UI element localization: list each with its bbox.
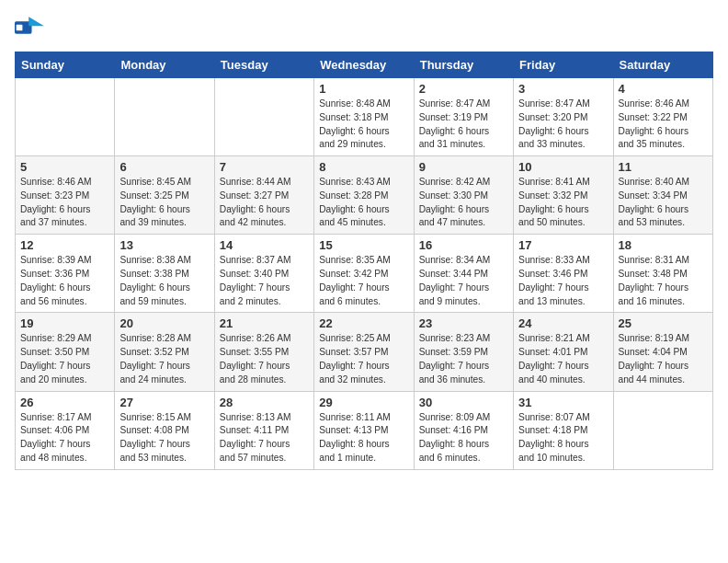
day-info: Sunrise: 8:09 AM Sunset: 4:16 PM Dayligh… (419, 411, 508, 465)
day-info: Sunrise: 8:34 AM Sunset: 3:44 PM Dayligh… (419, 254, 508, 308)
day-info: Sunrise: 8:07 AM Sunset: 4:18 PM Dayligh… (518, 411, 608, 465)
day-number: 5 (20, 160, 109, 174)
day-info: Sunrise: 8:15 AM Sunset: 4:08 PM Dayligh… (119, 411, 209, 465)
weekday-header-wednesday: Wednesday (314, 52, 414, 78)
calendar-cell: 18Sunrise: 8:31 AM Sunset: 3:48 PM Dayli… (613, 235, 712, 313)
day-info: Sunrise: 8:21 AM Sunset: 4:01 PM Dayligh… (518, 332, 608, 386)
calendar-cell: 5Sunrise: 8:46 AM Sunset: 3:23 PM Daylig… (16, 156, 115, 235)
week-row-2: 5Sunrise: 8:46 AM Sunset: 3:23 PM Daylig… (16, 156, 713, 235)
day-number: 19 (20, 316, 109, 330)
day-info: Sunrise: 8:25 AM Sunset: 3:57 PM Dayligh… (319, 332, 408, 386)
day-number: 1 (319, 82, 408, 96)
day-number: 8 (319, 160, 408, 174)
calendar-cell: 21Sunrise: 8:26 AM Sunset: 3:55 PM Dayli… (214, 313, 313, 391)
day-info: Sunrise: 8:45 AM Sunset: 3:25 PM Dayligh… (119, 176, 209, 230)
day-info: Sunrise: 8:41 AM Sunset: 3:32 PM Dayligh… (518, 176, 608, 230)
day-number: 7 (220, 160, 309, 174)
day-info: Sunrise: 8:28 AM Sunset: 3:52 PM Dayligh… (119, 332, 209, 386)
day-info: Sunrise: 8:37 AM Sunset: 3:40 PM Dayligh… (220, 254, 309, 308)
day-info: Sunrise: 8:40 AM Sunset: 3:34 PM Dayligh… (619, 176, 708, 230)
day-number: 17 (518, 238, 608, 252)
calendar-cell (16, 78, 115, 156)
day-info: Sunrise: 8:13 AM Sunset: 4:11 PM Dayligh… (220, 411, 309, 465)
svg-marker-1 (28, 17, 44, 26)
calendar-cell: 12Sunrise: 8:39 AM Sunset: 3:36 PM Dayli… (16, 235, 115, 313)
calendar-cell: 8Sunrise: 8:43 AM Sunset: 3:28 PM Daylig… (314, 156, 414, 235)
day-number: 10 (518, 160, 608, 174)
calendar-cell (115, 78, 214, 156)
day-number: 28 (220, 396, 309, 409)
calendar-cell: 19Sunrise: 8:29 AM Sunset: 3:50 PM Dayli… (16, 313, 115, 391)
calendar-cell: 23Sunrise: 8:23 AM Sunset: 3:59 PM Dayli… (414, 313, 513, 391)
day-number: 21 (220, 316, 309, 330)
weekday-header-friday: Friday (514, 52, 613, 78)
day-info: Sunrise: 8:44 AM Sunset: 3:27 PM Dayligh… (220, 176, 309, 230)
weekday-header-tuesday: Tuesday (214, 52, 313, 78)
day-number: 6 (119, 160, 209, 174)
day-info: Sunrise: 8:35 AM Sunset: 3:42 PM Dayligh… (319, 254, 408, 308)
calendar-cell: 9Sunrise: 8:42 AM Sunset: 3:30 PM Daylig… (414, 156, 513, 235)
day-number: 26 (20, 396, 109, 409)
day-info: Sunrise: 8:23 AM Sunset: 3:59 PM Dayligh… (419, 332, 508, 386)
calendar-cell: 29Sunrise: 8:11 AM Sunset: 4:13 PM Dayli… (314, 391, 414, 469)
day-number: 30 (419, 396, 508, 409)
calendar-cell: 30Sunrise: 8:09 AM Sunset: 4:16 PM Dayli… (414, 391, 513, 469)
weekday-header-row: SundayMondayTuesdayWednesdayThursdayFrid… (16, 52, 713, 78)
day-number: 14 (220, 238, 309, 252)
day-info: Sunrise: 8:38 AM Sunset: 3:38 PM Dayligh… (119, 254, 209, 308)
calendar-cell: 13Sunrise: 8:38 AM Sunset: 3:38 PM Dayli… (115, 235, 214, 313)
weekday-header-thursday: Thursday (414, 52, 513, 78)
calendar-cell: 15Sunrise: 8:35 AM Sunset: 3:42 PM Dayli… (314, 235, 414, 313)
week-row-4: 19Sunrise: 8:29 AM Sunset: 3:50 PM Dayli… (16, 313, 713, 391)
calendar-cell: 25Sunrise: 8:19 AM Sunset: 4:04 PM Dayli… (613, 313, 712, 391)
day-info: Sunrise: 8:42 AM Sunset: 3:30 PM Dayligh… (419, 176, 508, 230)
calendar-cell: 24Sunrise: 8:21 AM Sunset: 4:01 PM Dayli… (514, 313, 613, 391)
calendar-cell: 3Sunrise: 8:47 AM Sunset: 3:20 PM Daylig… (514, 78, 613, 156)
day-number: 25 (619, 316, 708, 330)
day-info: Sunrise: 8:47 AM Sunset: 3:20 PM Dayligh… (518, 98, 608, 152)
day-number: 2 (419, 82, 508, 96)
week-row-5: 26Sunrise: 8:17 AM Sunset: 4:06 PM Dayli… (16, 391, 713, 469)
day-info: Sunrise: 8:17 AM Sunset: 4:06 PM Dayligh… (20, 411, 109, 465)
logo (15, 15, 48, 40)
svg-rect-2 (17, 25, 23, 31)
day-info: Sunrise: 8:26 AM Sunset: 3:55 PM Dayligh… (220, 332, 309, 386)
day-number: 22 (319, 316, 408, 330)
day-info: Sunrise: 8:48 AM Sunset: 3:18 PM Dayligh… (319, 98, 408, 152)
calendar-cell: 14Sunrise: 8:37 AM Sunset: 3:40 PM Dayli… (214, 235, 313, 313)
day-number: 31 (518, 396, 608, 409)
calendar-cell: 26Sunrise: 8:17 AM Sunset: 4:06 PM Dayli… (16, 391, 115, 469)
day-number: 9 (419, 160, 508, 174)
calendar-cell: 16Sunrise: 8:34 AM Sunset: 3:44 PM Dayli… (414, 235, 513, 313)
day-number: 4 (619, 82, 708, 96)
calendar-cell: 22Sunrise: 8:25 AM Sunset: 3:57 PM Dayli… (314, 313, 414, 391)
calendar-cell: 6Sunrise: 8:45 AM Sunset: 3:25 PM Daylig… (115, 156, 214, 235)
day-number: 23 (419, 316, 508, 330)
day-info: Sunrise: 8:11 AM Sunset: 4:13 PM Dayligh… (319, 411, 408, 465)
calendar-table: SundayMondayTuesdayWednesdayThursdayFrid… (15, 52, 713, 470)
week-row-3: 12Sunrise: 8:39 AM Sunset: 3:36 PM Dayli… (16, 235, 713, 313)
calendar-cell (214, 78, 313, 156)
day-info: Sunrise: 8:46 AM Sunset: 3:22 PM Dayligh… (619, 98, 708, 152)
day-number: 27 (119, 396, 209, 409)
weekday-header-monday: Monday (115, 52, 214, 78)
day-number: 29 (319, 396, 408, 409)
day-info: Sunrise: 8:39 AM Sunset: 3:36 PM Dayligh… (20, 254, 109, 308)
logo-icon (15, 15, 44, 40)
calendar-cell: 10Sunrise: 8:41 AM Sunset: 3:32 PM Dayli… (514, 156, 613, 235)
day-info: Sunrise: 8:43 AM Sunset: 3:28 PM Dayligh… (319, 176, 408, 230)
day-number: 15 (319, 238, 408, 252)
weekday-header-sunday: Sunday (16, 52, 115, 78)
day-number: 11 (619, 160, 708, 174)
calendar-cell: 20Sunrise: 8:28 AM Sunset: 3:52 PM Dayli… (115, 313, 214, 391)
day-info: Sunrise: 8:47 AM Sunset: 3:19 PM Dayligh… (419, 98, 508, 152)
day-info: Sunrise: 8:29 AM Sunset: 3:50 PM Dayligh… (20, 332, 109, 386)
day-number: 18 (619, 238, 708, 252)
calendar-cell: 27Sunrise: 8:15 AM Sunset: 4:08 PM Dayli… (115, 391, 214, 469)
day-info: Sunrise: 8:33 AM Sunset: 3:46 PM Dayligh… (518, 254, 608, 308)
calendar-cell (613, 391, 712, 469)
page: SundayMondayTuesdayWednesdayThursdayFrid… (0, 0, 728, 485)
calendar-cell: 11Sunrise: 8:40 AM Sunset: 3:34 PM Dayli… (613, 156, 712, 235)
calendar-cell: 31Sunrise: 8:07 AM Sunset: 4:18 PM Dayli… (514, 391, 613, 469)
day-number: 13 (119, 238, 209, 252)
